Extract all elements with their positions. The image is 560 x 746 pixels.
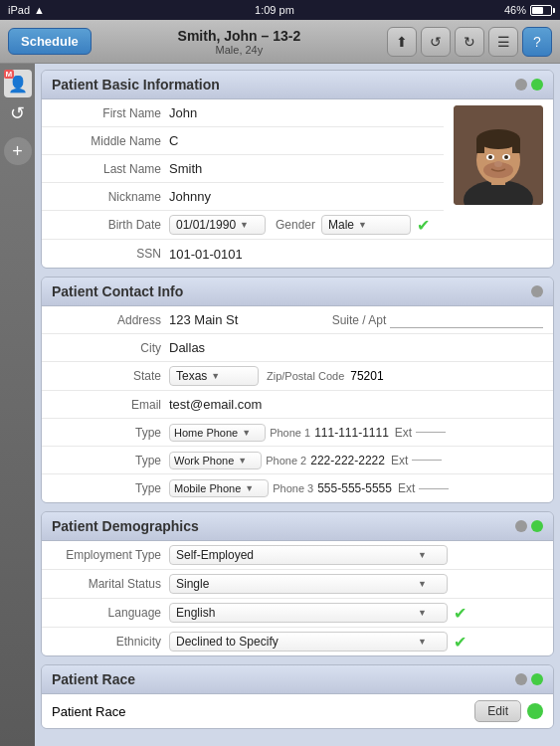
marital-label: Marital Status [52, 577, 161, 591]
phone3-ext-label: Ext [398, 481, 415, 495]
basic-info-body: First Name John Middle Name C Last Name … [42, 99, 553, 268]
employment-arrow: ▼ [418, 550, 427, 560]
middle-name-value: C [169, 133, 434, 148]
ethnicity-arrow: ▼ [418, 637, 427, 647]
ethnicity-value: Declined to Specify [176, 635, 279, 649]
header-icons: ⬆ ↺ ↻ ☰ ? [387, 27, 552, 57]
race-dot-gray [515, 673, 527, 685]
basic-info-icons [515, 79, 543, 91]
ethnicity-label: Ethnicity [52, 635, 161, 649]
time-label: 1:09 pm [255, 4, 294, 16]
zip-label: Zip/Postal Code [267, 370, 344, 382]
status-left: iPad ▲ [8, 4, 45, 16]
phone2-row: Type Work Phone ▼ Phone 2 222-222-2222 E… [42, 447, 553, 474]
share-button[interactable]: ⬆ [387, 27, 417, 57]
state-select[interactable]: Texas ▼ [169, 366, 259, 386]
gender-select[interactable]: Male ▼ [321, 215, 411, 235]
phone1-type-arrow: ▼ [242, 428, 251, 438]
gender-arrow: ▼ [358, 220, 367, 230]
race-label: Patient Race [52, 704, 125, 719]
ethnicity-select[interactable]: Declined to Specify ▼ [169, 632, 448, 652]
patient-photo [454, 105, 543, 205]
phone3-ext-input[interactable] [419, 488, 449, 489]
gender-label: Gender [276, 218, 315, 232]
language-select[interactable]: English ▼ [169, 603, 448, 623]
help-button[interactable]: ? [522, 27, 552, 57]
phone2-type-select[interactable]: Work Phone ▼ [169, 452, 262, 469]
patient-race-icons [515, 673, 543, 685]
patient-race-title: Patient Race [52, 671, 135, 687]
language-arrow: ▼ [418, 608, 427, 618]
phone3-row: Type Mobile Phone ▼ Phone 3 555-555-5555… [42, 474, 553, 502]
svg-rect-6 [512, 139, 520, 153]
menu-button[interactable]: ☰ [488, 27, 518, 57]
demographics-body: Employment Type Self-Employed ▼ Marital … [42, 541, 553, 655]
marital-select[interactable]: Single ▼ [169, 574, 448, 594]
phone3-type-label: Type [52, 481, 161, 495]
m-badge: M [4, 70, 15, 79]
schedule-button[interactable]: Schedule [8, 28, 92, 55]
zip-value: 75201 [350, 369, 383, 383]
phone2-ext-label: Ext [391, 454, 408, 467]
svg-point-10 [504, 155, 508, 159]
phone2-type-value: Work Phone [174, 455, 234, 466]
main-content: Patient Basic Information [35, 64, 560, 746]
phone3-label: Phone 3 [273, 482, 313, 494]
status-right: 46% [504, 4, 552, 16]
race-row: Patient Race Edit [42, 694, 553, 728]
demo-dot-green [531, 520, 543, 532]
nickname-value: Johnny [169, 189, 434, 204]
sidebar-undo-item[interactable]: ↺ [4, 99, 32, 127]
suite-input[interactable] [390, 312, 543, 328]
photo-svg [454, 105, 543, 205]
phone2-type-arrow: ▼ [238, 456, 247, 466]
email-label: Email [52, 398, 161, 412]
phone1-ext-input[interactable] [416, 432, 446, 433]
phone1-label: Phone 1 [270, 427, 310, 439]
race-dot-green [531, 673, 543, 685]
refresh-button[interactable]: ↺ [421, 27, 451, 57]
middle-name-row: Middle Name C [42, 127, 444, 155]
address-value: 123 Main St [169, 312, 322, 327]
middle-name-label: Middle Name [52, 134, 161, 148]
state-value: Texas [176, 369, 207, 383]
gender-check: ✔ [417, 216, 430, 235]
phone1-value: 111-111-1111 [314, 426, 389, 440]
patient-race-body: Patient Race Edit [42, 694, 553, 728]
basic-info-section: Patient Basic Information [41, 70, 554, 269]
city-row: City Dallas [42, 334, 553, 362]
reload-button[interactable]: ↻ [455, 27, 484, 57]
header: Schedule Smith, John – 13-2 Male, 24y ⬆ … [0, 20, 560, 64]
phone1-type-value: Home Phone [174, 427, 238, 439]
employment-select[interactable]: Self-Employed ▼ [169, 545, 448, 565]
language-label: Language [52, 606, 161, 620]
phone2-ext-input[interactable] [412, 460, 442, 461]
sidebar: M 👤 ↺ + [0, 64, 35, 746]
sidebar-m-item[interactable]: M 👤 [4, 70, 32, 97]
nickname-label: Nickname [52, 190, 161, 204]
city-value: Dallas [169, 340, 543, 355]
birth-date-select[interactable]: 01/01/1990 ▼ [169, 215, 266, 235]
phone3-type-arrow: ▼ [245, 483, 254, 493]
svg-point-12 [494, 161, 502, 167]
sidebar-plus-button[interactable]: + [4, 137, 32, 165]
phone3-type-select[interactable]: Mobile Phone ▼ [169, 479, 269, 497]
race-edit-check [527, 703, 543, 719]
contact-dot-gray [531, 285, 543, 297]
basic-info-title: Patient Basic Information [52, 77, 220, 93]
phone1-type-select[interactable]: Home Phone ▼ [169, 424, 266, 442]
phone1-ext-label: Ext [395, 426, 412, 440]
contact-info-title: Patient Contact Info [52, 283, 183, 299]
language-row: Language English ▼ ✔ [42, 599, 553, 628]
edit-button[interactable]: Edit [474, 700, 521, 722]
patient-race-section: Patient Race Patient Race Edit [41, 664, 554, 729]
marital-value: Single [176, 577, 209, 591]
nickname-row: Nickname Johnny [42, 183, 444, 211]
basic-info-header: Patient Basic Information [42, 71, 553, 99]
contact-info-section: Patient Contact Info Address 123 Main St… [41, 277, 554, 503]
marital-arrow: ▼ [418, 579, 427, 589]
phone2-value: 222-222-2222 [310, 454, 385, 467]
contact-info-body: Address 123 Main St Suite / Apt City Dal… [42, 306, 553, 502]
race-actions: Edit [474, 700, 543, 722]
patient-race-header: Patient Race [42, 665, 553, 694]
